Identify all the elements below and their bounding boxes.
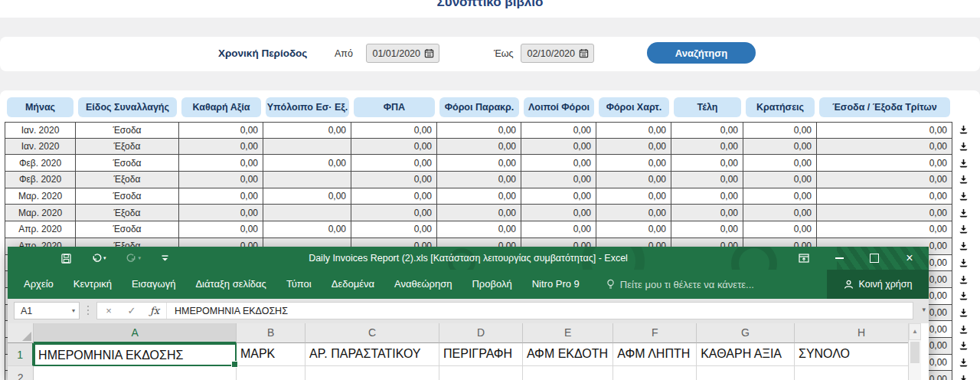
confirm-entry-icon[interactable]: ✓ [120, 305, 143, 316]
vertical-scrollbar[interactable]: ▲ [908, 323, 921, 380]
value-cell [263, 139, 351, 156]
ribbon-tab[interactable]: Κεντρική [64, 270, 122, 299]
download-button[interactable] [952, 305, 974, 322]
expand-formula-bar-icon[interactable]: ▾ [922, 306, 926, 313]
sheet-row-header[interactable]: 1 [8, 343, 34, 366]
sheet-column-header[interactable]: C [305, 323, 439, 343]
formula-input[interactable]: ΗΜΕΡΟΜΗΝΙΑ ΕΚΔΟΣΗΣ [167, 306, 913, 316]
table-row: Φεβ. 2020Έξοδα0,000,000,000,000,000,000,… [5, 172, 974, 188]
value-cell: 0,00 [521, 139, 596, 156]
redo-icon[interactable]: ▾ [126, 254, 142, 264]
insert-function-icon[interactable]: ƒx [143, 305, 166, 316]
close-icon[interactable]: × [892, 247, 927, 270]
download-button[interactable] [952, 255, 974, 272]
sheet-cell[interactable]: ΑΦΜ ΕΚΔΟΤΗ [523, 343, 613, 366]
sheet-cell[interactable]: ΚΑΘΑΡΗ ΑΞΙΑ [697, 343, 795, 366]
month-cell: Μαρ. 2020 [5, 188, 76, 205]
value-cell: 0,00 [351, 155, 437, 172]
ribbon-tab[interactable]: Αρχείο [14, 270, 64, 299]
download-icon [959, 258, 969, 268]
report-column-header: Μήνας [5, 97, 76, 117]
cancel-entry-icon[interactable]: × [97, 305, 120, 316]
column-header-row: ABCDEFGH [8, 323, 929, 343]
download-button[interactable] [952, 271, 974, 288]
fill-handle[interactable] [231, 361, 238, 368]
formula-bar: A1 ▾ × ✓ ƒx ΗΜΕΡΟΜΗΝΙΑ ΕΚΔΟΣΗΣ ▾ [8, 299, 929, 324]
sheet-column-header[interactable]: A [34, 323, 237, 343]
download-button[interactable] [952, 188, 974, 205]
sheet-cell[interactable] [697, 366, 795, 380]
sheet-cell[interactable] [523, 366, 613, 380]
download-button[interactable] [952, 155, 974, 172]
ribbon-tab[interactable]: Διάταξη σελίδας [185, 270, 276, 299]
date-to-input[interactable]: 02/10/2020 [521, 44, 594, 63]
date-from-input[interactable]: 01/01/2020 [366, 44, 439, 63]
sheet-column-header[interactable]: E [523, 323, 613, 343]
tell-me-box[interactable]: Πείτε μου τι θέλετε να κάνετε... [590, 279, 754, 290]
download-button[interactable] [952, 371, 974, 380]
ribbon-tab[interactable]: Προβολή [462, 270, 521, 299]
sheet-cell[interactable]: ΑΦΜ ΛΗΠΤΗ [613, 343, 697, 366]
sheet-cell[interactable] [34, 366, 237, 380]
ribbon-display-options-icon[interactable] [786, 247, 822, 270]
value-cell: 0,00 [743, 205, 817, 221]
select-all-corner[interactable] [8, 323, 34, 343]
minimize-icon[interactable] [822, 247, 857, 270]
download-button[interactable] [952, 139, 974, 156]
ribbon-tab[interactable]: Εισαγωγή [122, 270, 185, 299]
report-column-header-label: Φόροι Παρακρ. [439, 97, 519, 117]
value-cell: 0,00 [437, 155, 521, 172]
sheet-column-header[interactable]: D [439, 323, 523, 343]
value-cell: 0,00 [521, 155, 596, 172]
undo-icon[interactable]: ▾ [91, 254, 106, 264]
sheet-cell[interactable] [439, 366, 523, 380]
name-box[interactable]: A1 ▾ [14, 302, 80, 319]
value-cell: 0,00 [817, 188, 952, 205]
ribbon-tab[interactable]: Δεδομένα [322, 270, 384, 299]
download-button[interactable] [952, 355, 974, 372]
sheet-cell[interactable]: ΠΕΡΙΓΡΑΦΗ [439, 343, 523, 366]
download-button[interactable] [952, 321, 974, 338]
download-button[interactable] [952, 238, 974, 255]
sheet-cell[interactable] [237, 366, 305, 380]
download-button[interactable] [952, 172, 974, 188]
sheet-column-header[interactable]: B [237, 323, 305, 343]
download-button[interactable] [952, 288, 974, 305]
quick-access-toolbar: ▾ ▾ [61, 247, 169, 270]
download-button[interactable] [952, 122, 974, 139]
scrollbar-thumb[interactable] [910, 342, 920, 363]
sheet-cell[interactable] [305, 366, 439, 380]
report-column-header-label: Τέλη [674, 97, 741, 117]
ribbon-tab[interactable]: Τύποι [276, 270, 322, 299]
search-button[interactable]: Αναζήτηση [647, 42, 756, 64]
window-controls: × [786, 247, 927, 270]
value-cell: 0,00 [817, 172, 952, 188]
ribbon-tab[interactable]: Nitro Pro 9 [522, 270, 590, 299]
save-icon[interactable] [61, 254, 71, 264]
scroll-up-icon[interactable]: ▲ [909, 323, 921, 340]
sheet-cell[interactable]: ΗΜΕΡΟΜΗΝΙΑ ΕΚΔΟΣΗΣ [34, 343, 237, 366]
download-button[interactable] [952, 221, 974, 238]
title-band: Συνοπτικό βιβλίο [0, 0, 980, 18]
excel-titlebar[interactable]: ▾ ▾ Daily Invoices Report (2).xls [Κατάσ… [8, 247, 929, 270]
name-box-dropdown-icon[interactable]: ▾ [72, 307, 75, 314]
sheet-cell[interactable] [613, 366, 697, 380]
sheet-column-header[interactable]: G [697, 323, 795, 343]
value-cell: 0,00 [817, 205, 952, 221]
download-icon [959, 241, 969, 251]
download-button[interactable] [952, 338, 974, 355]
report-column-header: Φόροι Παρακρ. [437, 97, 521, 117]
share-button[interactable]: Κοινή χρήση [827, 270, 929, 299]
value-cell: 0,00 [437, 139, 521, 156]
download-button[interactable] [952, 205, 974, 221]
sheet-cell[interactable]: ΜΑΡΚ [237, 343, 305, 366]
download-icon [959, 208, 969, 218]
sheet-cell[interactable]: ΑΡ. ΠΑΡΑΣΤΑΤΙΚΟΥ [305, 343, 439, 366]
sheet-column-header[interactable]: F [613, 323, 697, 343]
ribbon-tab[interactable]: Αναθεώρηση [384, 270, 462, 299]
sheet-row-header[interactable]: 2 [8, 366, 34, 380]
download-icon [959, 308, 969, 318]
report-column-header: Κρατήσεις [743, 97, 817, 117]
maximize-icon[interactable] [857, 247, 892, 270]
customize-qat-icon[interactable] [161, 254, 169, 263]
